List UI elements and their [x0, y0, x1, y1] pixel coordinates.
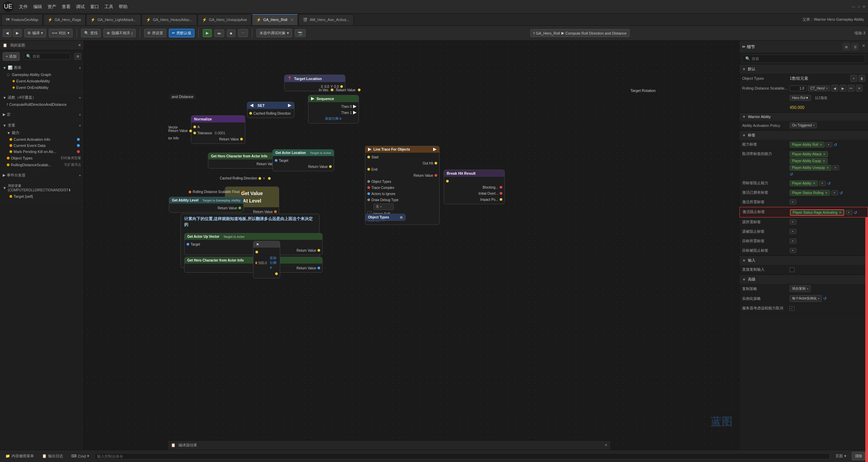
breadcrumb-btn[interactable]: f GA_Hero_Roll ▶ Compute Roll Direction … — [531, 29, 630, 37]
clear-btn[interactable]: 清除 — [852, 452, 865, 460]
node-get-actor-location[interactable]: Get Actor Location Target is Actor Targe… — [272, 149, 334, 171]
window-minimize[interactable]: — — [852, 5, 855, 8]
node-multiply2[interactable]: ✕ 500.0 添加引脚 ⊕ — [253, 241, 280, 278]
add-macro-icon[interactable]: + — [79, 96, 81, 100]
menu-file[interactable]: 文件 — [19, 4, 28, 10]
rolling-nav-back-icon[interactable]: ◀ — [831, 85, 838, 92]
rolling-delete-icon[interactable]: ✕ — [856, 85, 863, 92]
local-vars-title[interactable]: ▼ 局部变量 (COMPUTEROLLDIRECTIONANDDIST⬇ — [0, 182, 84, 193]
ability-section-item[interactable]: ▼ 能力 — [0, 129, 84, 136]
menu-debug[interactable]: 调试 — [76, 4, 85, 10]
obj-types-add-icon[interactable]: + — [850, 75, 857, 82]
cmd-input[interactable] — [95, 453, 830, 459]
target-self-item[interactable]: Target [self] — [0, 193, 84, 199]
obj-types-delete-icon[interactable]: 🗑 — [859, 75, 865, 82]
variables-title[interactable]: ▼ 变量 + — [0, 121, 84, 129]
compile-button[interactable]: ⚙ 编译 ▾ — [24, 29, 46, 37]
add-graph-icon[interactable]: + — [79, 66, 81, 70]
blueprint-canvas[interactable]: 📍 Target Location X 0.0 Y 0.0 Target Rot… — [84, 41, 739, 450]
rolling-scalab-item[interactable]: RollingDistanceScalab... 可扩展浮点 — [0, 161, 84, 168]
advanced-section-header[interactable]: ▼ 高级 — [739, 274, 868, 284]
target-block-dropdown[interactable]: ▾ — [790, 248, 796, 253]
input-section-header[interactable]: ▼ 输入 — [739, 255, 868, 265]
hide-unrelated-button[interactable]: 👁 隐藏不相关 | — [103, 29, 136, 37]
tab-ga-hero-rage[interactable]: ⚡ GA_Hero_Rage — [43, 14, 85, 25]
add-var-icon[interactable]: + — [79, 123, 81, 128]
cmd-btn[interactable]: ⌨ Cmd ▾ — [69, 453, 92, 460]
trace-none-dropdown[interactable]: 无 ▾ — [365, 203, 439, 211]
cancel-tags-dropdown[interactable]: ▾ — [832, 165, 839, 170]
current-event-item[interactable]: Current Event Data — [0, 142, 84, 149]
target-req-dropdown[interactable]: ▾ — [790, 238, 796, 244]
search-input[interactable] — [33, 54, 68, 58]
event-activate-item[interactable]: ◆ Event ActivateAbility — [0, 78, 84, 84]
menu-asset[interactable]: 资产 — [47, 4, 56, 10]
compute-roll-item[interactable]: f ComputeRollDirectionAndDistance — [0, 101, 84, 108]
tags-section-header[interactable]: ▼ 标签 — [739, 130, 868, 140]
server-checkbox[interactable] — [790, 306, 794, 311]
find-button[interactable]: 🔍 查找 — [81, 29, 101, 37]
details-search-box[interactable]: 🔍 — [742, 55, 865, 63]
tab-close-icon[interactable]: ✕ — [291, 18, 293, 22]
tag-rage-close-icon[interactable]: ✕ — [839, 211, 842, 214]
search-box[interactable]: 🔍 — [24, 53, 70, 60]
tag-rolling-close-icon[interactable]: ✕ — [825, 191, 828, 195]
tag-attack-close-icon[interactable]: ✕ — [823, 152, 826, 156]
tag-use-close-icon[interactable]: ✕ — [813, 181, 815, 185]
node-break-hit[interactable]: Break Hit Result Blocking... Initial Ove… — [444, 170, 505, 204]
add-macro2-icon[interactable]: + — [79, 113, 81, 117]
activation-policy-dropdown[interactable]: On Triggered ▾ — [790, 122, 817, 128]
nav-next-button[interactable]: ▶ — [13, 29, 22, 37]
tab-ga-hero-roll[interactable]: ⚡ GA_Hero_Roll ✕ — [252, 14, 298, 25]
rolling-small-dropdown[interactable]: Hero Rol▼ — [790, 95, 811, 101]
mark-pending-item[interactable]: Mark Pending Kill on Ab... — [0, 149, 84, 155]
event-dispatcher-title[interactable]: ▶ 事件分发器 + — [0, 171, 84, 179]
rolling-curve-dropdown[interactable]: CT_Hero! ▾ — [808, 85, 830, 91]
tab-feature-dev-map[interactable]: 🗺 FeatureDevMap — [1, 14, 43, 25]
window-maximize[interactable]: □ — [858, 5, 860, 8]
details-list-icon[interactable]: ☰ — [852, 43, 859, 50]
compiler-close-icon[interactable]: ✕ — [604, 443, 607, 447]
menu-view[interactable]: 查看 — [62, 4, 71, 10]
page-btn[interactable]: 页面 ▾ — [833, 452, 849, 460]
menu-edit[interactable]: 编辑 — [33, 4, 42, 10]
node-object-types-bottom[interactable]: Object Types — [365, 214, 406, 221]
owned-tags-reset-icon[interactable]: ↺ — [840, 191, 843, 195]
warrior-section-header[interactable]: ▼ Warrior Ability — [739, 112, 868, 121]
default-section-header[interactable]: ▼ 默认 — [739, 64, 868, 74]
use-tags-dropdown[interactable]: ▾ — [819, 181, 826, 186]
macros2-title[interactable]: ▶ 宏 + — [0, 111, 84, 118]
instantiate-reset-icon[interactable]: ↺ — [823, 296, 827, 301]
stop-button[interactable]: ■ — [227, 30, 235, 37]
tab-ga-heavy-attack[interactable]: ⚡ GA_Hero_HeavyAttac... — [142, 14, 197, 25]
debug-camera-button[interactable]: 📷 — [295, 29, 306, 37]
class-settings-button[interactable]: ⚙ 类设置 — [144, 29, 166, 37]
graph-section-title[interactable]: ▼ 📊 图表 + — [0, 64, 84, 72]
node-set[interactable]: SET Cached Rolling Direction — [247, 102, 294, 118]
node-sequence[interactable]: Sequence Then 0 Then 1 添加引脚 ⊕ — [308, 95, 359, 123]
add-pin[interactable]: 添加引脚 ⊕ — [308, 116, 359, 122]
tag-unequip-close-icon[interactable]: ✕ — [826, 166, 829, 170]
node-line-trace[interactable]: Line Trace For Objects Start Out Hit End — [365, 146, 440, 225]
instantiate-dropdown[interactable]: 每个Actor实例化 ▾ — [790, 295, 822, 302]
ability-tags-dropdown[interactable]: ▾ — [826, 142, 832, 147]
tab-ga-unequip-axe[interactable]: ⚡ GA_Hero_UnequipAxe — [198, 14, 251, 25]
output-log-btn[interactable]: 📋 输出日志 — [39, 452, 66, 460]
details-search-input[interactable] — [752, 57, 862, 61]
ability-graph-item[interactable]: ⬡ Gameplay Ability Graph — [0, 72, 84, 78]
node-normalize[interactable]: Normalize A Tolerance 0.0001 Return Valu… — [191, 115, 245, 144]
direct-input-checkbox[interactable] — [790, 267, 794, 272]
comment-box[interactable]: 计算向下的位置,这样就能知道地板,所以翻滚多么远是由上面这个来决定的 Get A… — [180, 214, 320, 268]
required-tags-dropdown[interactable]: ▾ — [790, 199, 796, 205]
source-block-dropdown[interactable]: ▾ — [790, 229, 796, 234]
class-defaults-button[interactable]: ✏ 类默认值 — [169, 29, 194, 37]
nav-prev-button[interactable]: ◀ — [3, 29, 12, 37]
block-tags-reset-icon[interactable]: ↺ — [854, 210, 857, 215]
current-activation-item[interactable]: Current Activation Info — [0, 136, 84, 142]
close-left-panel-icon[interactable]: ✕ — [78, 43, 81, 47]
event-on-end-item[interactable]: ◆ Event OnEndAbility — [0, 84, 84, 91]
menu-tools[interactable]: 工具 — [104, 4, 113, 10]
source-req-dropdown[interactable]: ▾ — [790, 219, 796, 225]
add-button[interactable]: + 添加 — [3, 52, 20, 61]
rolling-edit-icon[interactable]: ✏ — [848, 85, 854, 92]
